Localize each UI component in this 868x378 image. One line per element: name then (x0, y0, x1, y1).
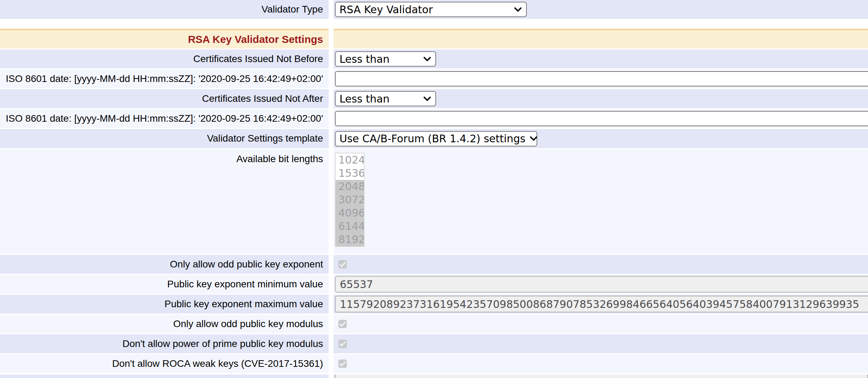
not-after-condition-value: Less than (339, 93, 390, 105)
row-partial-cutoff (0, 375, 868, 378)
bit-lengths-listbox: 1024153620483072409661448192 (335, 153, 365, 247)
not-after-date-input[interactable] (335, 111, 868, 126)
row-settings-template: Validator Settings template Use CA/B-For… (0, 129, 868, 148)
checkmark-icon (339, 341, 346, 347)
row-section-header: RSA Key Validator Settings (0, 29, 868, 48)
exponent-min-label: Public key exponent minimum value (167, 279, 323, 290)
row-not-after: Certificates Issued Not After Less than (0, 89, 868, 108)
settings-template-select[interactable]: Use CA/B-Forum (BR 1.4.2) settings (335, 131, 537, 146)
odd-modulus-checkbox (338, 320, 347, 328)
bit-length-option: 1024 (336, 153, 364, 167)
bit-length-option: 8192 (336, 233, 364, 246)
partial-input (335, 375, 868, 378)
not-before-label: Certificates Issued Not Before (193, 53, 323, 65)
odd-exponent-checkbox (338, 260, 347, 269)
not-before-condition-select[interactable]: Less than (335, 51, 436, 67)
exponent-max-input (335, 296, 868, 312)
exponent-min-input (335, 276, 868, 293)
chevron-down-icon (530, 136, 538, 141)
roca-weak-keys-label: Don't allow ROCA weak keys (CVE-2017-153… (112, 358, 323, 369)
not-after-date-hint: ISO 8601 date: [yyyy-MM-dd HH:mm:ssZZ]: … (6, 113, 323, 124)
not-before-date-hint: ISO 8601 date: [yyyy-MM-dd HH:mm:ssZZ]: … (6, 73, 323, 84)
validator-type-select[interactable]: RSA Key Validator (335, 2, 527, 17)
row-odd-modulus: Only allow odd public key modulus (0, 315, 868, 333)
chevron-down-icon (514, 7, 522, 12)
not-before-condition-value: Less than (339, 53, 390, 65)
roca-weak-keys-checkbox (338, 360, 347, 368)
checkmark-icon (339, 322, 346, 327)
validator-type-label: Validator Type (262, 4, 323, 15)
row-exponent-max: Public key exponent maximum value (0, 295, 868, 313)
odd-exponent-label: Only allow odd public key exponent (170, 259, 323, 270)
bit-length-option: 1536 (336, 167, 364, 180)
chevron-down-icon (423, 56, 431, 62)
exponent-max-label: Public key exponent maximum value (165, 298, 323, 310)
row-not-after-date: ISO 8601 date: [yyyy-MM-dd HH:mm:ssZZ]: … (0, 109, 868, 128)
bit-length-option: 6144 (336, 220, 364, 233)
row-power-of-prime: Don't allow power of prime public key mo… (0, 334, 868, 353)
bit-lengths-label: Available bit lengths (236, 153, 323, 165)
row-validator-type: Validator Type RSA Key Validator (0, 0, 868, 19)
section-title: RSA Key Validator Settings (188, 33, 323, 45)
checkmark-icon (339, 262, 346, 267)
row-roca-weak-keys: Don't allow ROCA weak keys (CVE-2017-153… (0, 354, 868, 373)
validator-type-selected-value: RSA Key Validator (339, 3, 433, 16)
row-not-before: Certificates Issued Not Before Less than (0, 50, 868, 68)
section-spacer (0, 20, 868, 29)
row-exponent-min: Public key exponent minimum value (0, 275, 868, 294)
row-odd-exponent: Only allow odd public key exponent (0, 255, 868, 274)
row-bit-lengths: Available bit lengths 102415362048307240… (0, 149, 868, 254)
bit-length-option: 3072 (336, 193, 364, 206)
settings-template-value: Use CA/B-Forum (BR 1.4.2) settings (339, 133, 525, 145)
bit-length-option: 2048 (336, 180, 364, 193)
rsa-key-validator-form: Validator Type RSA Key Validator RSA Key… (0, 0, 868, 378)
not-before-date-input[interactable] (335, 71, 868, 86)
power-of-prime-checkbox (338, 340, 347, 348)
row-not-before-date: ISO 8601 date: [yyyy-MM-dd HH:mm:ssZZ]: … (0, 69, 868, 88)
power-of-prime-label: Don't allow power of prime public key mo… (122, 338, 323, 349)
bit-length-option: 4096 (336, 206, 364, 220)
chevron-down-icon (423, 96, 431, 101)
odd-modulus-label: Only allow odd public key modulus (173, 318, 323, 330)
settings-template-label: Validator Settings template (207, 133, 323, 144)
not-after-condition-select[interactable]: Less than (335, 91, 436, 106)
checkmark-icon (339, 361, 346, 366)
not-after-label: Certificates Issued Not After (202, 93, 323, 104)
